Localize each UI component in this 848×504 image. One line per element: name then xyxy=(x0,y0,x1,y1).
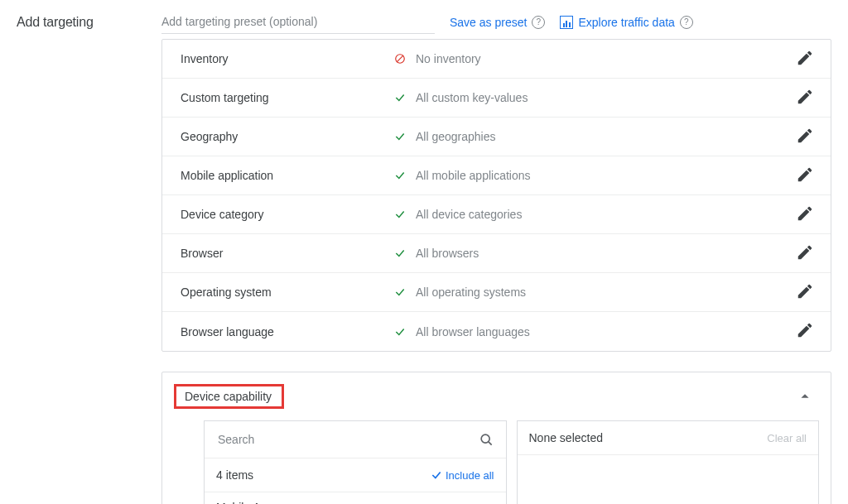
edit-button[interactable] xyxy=(796,204,814,225)
row-label: Device category xyxy=(181,208,393,221)
row-label: Custom targeting xyxy=(181,91,393,104)
search-input[interactable] xyxy=(216,432,478,447)
include-all-button[interactable]: Include all xyxy=(431,469,494,482)
targeting-row: Browser languageAll browser languages xyxy=(162,312,831,351)
preset-row: Save as preset ? Explore traffic data ? xyxy=(161,10,831,34)
row-label: Geography xyxy=(181,130,393,143)
selected-panel: None selected Clear all xyxy=(517,420,820,504)
row-status: All browsers xyxy=(393,247,796,260)
pencil-icon xyxy=(796,166,814,184)
row-status: All browser languages xyxy=(393,325,796,338)
row-label: Mobile application xyxy=(181,169,393,182)
targeting-row: Device categoryAll device categories xyxy=(162,195,831,234)
items-count: 4 items xyxy=(216,468,431,482)
none-selected-label: None selected xyxy=(529,431,768,444)
pencil-icon xyxy=(796,282,814,300)
available-panel: 4 items Include all Mobile AppsMRAID v1M… xyxy=(204,420,507,504)
row-status: All operating systems xyxy=(393,286,796,299)
svg-line-1 xyxy=(397,55,403,62)
list-item[interactable]: Mobile Apps xyxy=(205,492,506,504)
check-icon xyxy=(393,326,407,338)
explore-link-label: Explore traffic data xyxy=(578,16,674,29)
pencil-icon xyxy=(796,321,814,339)
check-icon xyxy=(393,92,407,103)
pencil-icon xyxy=(796,127,814,145)
preset-input[interactable] xyxy=(161,10,435,34)
row-status: All geographies xyxy=(393,130,796,143)
search-icon xyxy=(478,431,494,448)
targeting-row: BrowserAll browsers xyxy=(162,234,831,273)
pencil-icon xyxy=(796,243,814,262)
save-preset-link[interactable]: Save as preset xyxy=(450,16,527,29)
row-status: All custom key-values xyxy=(393,91,796,104)
targeting-row: GeographyAll geographies xyxy=(162,118,831,156)
edit-button[interactable] xyxy=(796,166,814,186)
chevron-up-icon xyxy=(796,387,814,406)
section-title: Add targeting xyxy=(17,10,161,504)
chart-icon xyxy=(560,16,573,29)
svg-line-3 xyxy=(488,442,491,445)
targeting-row: Custom targetingAll custom key-values xyxy=(162,79,831,118)
check-icon xyxy=(393,209,407,220)
help-icon[interactable]: ? xyxy=(532,16,545,29)
row-status: All device categories xyxy=(393,208,796,221)
check-icon xyxy=(393,286,407,298)
pencil-icon xyxy=(796,49,814,67)
pencil-icon xyxy=(796,88,814,106)
edit-button[interactable] xyxy=(796,127,814,147)
highlight-box: Device capability xyxy=(174,384,284,409)
no-entry-icon xyxy=(393,53,407,65)
row-label: Browser language xyxy=(181,325,393,338)
targeting-row: Mobile applicationAll mobile application… xyxy=(162,156,831,195)
row-label: Inventory xyxy=(181,52,393,65)
check-icon xyxy=(393,131,407,142)
help-icon[interactable]: ? xyxy=(680,16,693,29)
clear-all-button[interactable]: Clear all xyxy=(767,432,807,444)
row-label: Operating system xyxy=(181,286,393,299)
edit-button[interactable] xyxy=(796,243,814,264)
row-label: Browser xyxy=(181,247,393,260)
edit-button[interactable] xyxy=(796,49,814,70)
targeting-row: Operating systemAll operating systems xyxy=(162,273,831,312)
targeting-row: InventoryNo inventory xyxy=(162,40,831,79)
pencil-icon xyxy=(796,204,814,223)
device-capability-panel: Device capability 4 items xyxy=(161,372,831,504)
edit-button[interactable] xyxy=(796,321,814,342)
device-capability-title: Device capability xyxy=(185,390,272,403)
check-icon xyxy=(393,247,407,259)
targeting-summary-card: InventoryNo inventoryCustom targetingAll… xyxy=(161,39,831,352)
edit-button[interactable] xyxy=(796,282,814,303)
device-capability-header[interactable]: Device capability xyxy=(162,372,831,420)
check-icon xyxy=(393,170,407,181)
explore-traffic-link[interactable]: Explore traffic data xyxy=(560,16,674,29)
edit-button[interactable] xyxy=(796,88,814,108)
svg-point-2 xyxy=(481,434,489,443)
row-status: No inventory xyxy=(393,52,796,65)
include-all-label: Include all xyxy=(446,469,494,482)
row-status: All mobile applications xyxy=(393,169,796,182)
